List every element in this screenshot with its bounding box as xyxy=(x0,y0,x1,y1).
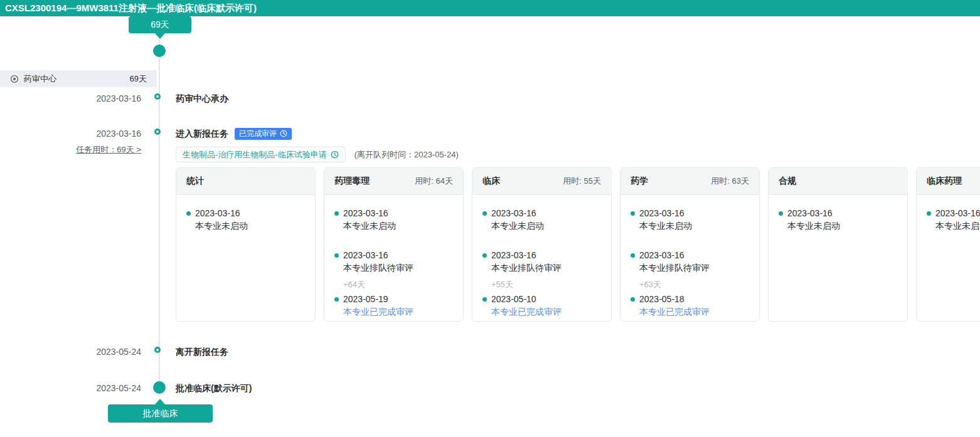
card-header: 药学 用时: 63天 xyxy=(620,168,759,195)
item-status[interactable]: 本专业已完成审评 xyxy=(639,306,750,318)
item-status: 本专业未启动 xyxy=(935,220,980,232)
card-body: 2023-03-16本专业未启动2023-03-16本专业排队待审评+55天20… xyxy=(472,195,611,318)
card-timeline-item: 2023-03-16本专业排队待审评 xyxy=(482,250,602,274)
event-label: 离开新报任务 xyxy=(176,345,228,358)
clock-icon xyxy=(280,130,287,137)
card-body: 2023-03-16本专业未启动2023-03-16本专业排队待审评+63天20… xyxy=(620,195,759,318)
bullet-icon xyxy=(631,211,635,216)
item-status[interactable]: 本专业已完成审评 xyxy=(343,306,454,318)
task-duration-link[interactable]: 任务用时：69天 > xyxy=(0,144,141,155)
card-timeline-item: 2023-03-16本专业排队待审评 xyxy=(334,250,454,274)
item-date: 2023-05-18 xyxy=(639,293,750,305)
event-label: 进入新报任务 已完成审评 xyxy=(176,127,292,140)
timeline-row-enter-task: 2023-03-16 进入新报任务 已完成审评 xyxy=(0,127,980,140)
timeline-node-dot xyxy=(154,129,161,135)
page: CXSL2300194—9MW3811注射液—批准临床(临床默示许可) 69天 … xyxy=(0,0,980,437)
event-label: 药审中心承办 xyxy=(176,92,228,105)
item-status: 本专业未启动 xyxy=(195,220,306,232)
review-center-label: 药审中心 xyxy=(24,73,56,85)
card-duration: 用时: 64天 xyxy=(415,176,453,187)
item-date: 2023-03-16 xyxy=(195,208,306,219)
card-body: 2023-03-16本专业未启动 xyxy=(176,195,315,232)
clock-icon xyxy=(331,150,339,159)
bullet-icon xyxy=(482,253,487,258)
card-body: 2023-03-16本专业未启动 xyxy=(917,195,980,232)
card-title: 药学 xyxy=(631,176,648,187)
review-complete-badge: 已完成审评 xyxy=(235,128,292,140)
specialty-card: 临床 用时: 55天 2023-03-16本专业未启动2023-03-16本专业… xyxy=(472,167,612,322)
item-date: 2023-03-16 xyxy=(343,250,454,261)
queue-days-note: +55天 xyxy=(491,280,602,290)
specialty-cards-row: 统计 2023-03-16本专业未启动 药理毒理 用时: 64天 2023-03… xyxy=(176,167,980,322)
queue-days-note: +64天 xyxy=(343,280,454,290)
specialty-card: 药理毒理 用时: 64天 2023-03-16本专业未启动2023-03-16本… xyxy=(324,167,464,322)
item-date: 2023-03-16 xyxy=(343,208,454,219)
item-status: 本专业排队待审评 xyxy=(343,262,454,274)
card-header: 临床药理 xyxy=(917,168,980,195)
item-date: 2023-05-10 xyxy=(491,293,602,305)
card-header: 合规 xyxy=(769,168,907,195)
bullet-icon xyxy=(631,297,635,302)
card-body: 2023-03-16本专业未启动2023-03-16本专业排队待审评+64天20… xyxy=(324,195,463,318)
specialty-card: 统计 2023-03-16本专业未启动 xyxy=(176,167,316,322)
card-duration: 用时: 63天 xyxy=(711,176,749,187)
card-timeline-item: 2023-03-16本专业未启动 xyxy=(186,208,306,232)
review-center-bar: 药审中心 69天 xyxy=(0,70,157,87)
item-status: 本专业排队待审评 xyxy=(639,262,750,274)
bullet-icon xyxy=(334,211,339,216)
card-timeline-item: 2023-03-16本专业未启动 xyxy=(631,208,750,232)
event-date: 2023-03-16 xyxy=(0,92,141,105)
card-title: 药理毒理 xyxy=(334,176,370,187)
item-date: 2023-03-16 xyxy=(491,250,602,261)
review-center-duration: 69天 xyxy=(130,73,147,85)
bullet-icon xyxy=(482,297,487,302)
bullet-icon xyxy=(927,211,931,216)
item-date: 2023-03-16 xyxy=(491,208,602,219)
application-tag-row: 生物制品-治疗用生物制品-临床试验申请 (离开队列时间：2023-05-24) xyxy=(176,147,459,162)
bullet-icon xyxy=(631,253,635,258)
card-body: 2023-03-16本专业未启动 xyxy=(769,195,907,232)
item-status[interactable]: 本专业已完成审评 xyxy=(491,306,602,318)
page-title: CXSL2300194—9MW3811注射液—批准临床(临床默示许可) xyxy=(0,0,980,16)
card-title: 合规 xyxy=(779,176,796,187)
card-timeline-item: 2023-03-16本专业未启动 xyxy=(334,208,454,232)
specialty-card: 药学 用时: 63天 2023-03-16本专业未启动2023-03-16本专业… xyxy=(620,167,760,322)
application-type-tag: 生物制品-治疗用生物制品-临床试验申请 xyxy=(176,147,346,162)
bullet-icon xyxy=(334,253,339,258)
card-timeline-item: 2023-03-16本专业未启动 xyxy=(779,208,898,232)
specialty-card: 合规 2023-03-16本专业未启动 xyxy=(768,167,908,322)
card-timeline-item: 2023-03-16本专业排队待审评 xyxy=(631,250,750,274)
location-icon xyxy=(10,75,19,83)
card-title: 临床药理 xyxy=(927,176,962,187)
event-label: 批准临床(默示许可) xyxy=(176,381,252,395)
timeline-line xyxy=(159,39,160,387)
timeline-node-dot xyxy=(154,93,161,100)
card-timeline-item: 2023-05-19本专业已完成审评 xyxy=(334,293,454,318)
bullet-icon xyxy=(779,211,783,216)
card-header: 药理毒理 用时: 64天 xyxy=(324,168,463,195)
card-duration: 用时: 55天 xyxy=(563,176,601,187)
queue-days-note: +63天 xyxy=(639,280,750,290)
card-title: 统计 xyxy=(186,176,204,187)
item-date: 2023-03-16 xyxy=(935,208,980,219)
card-title: 临床 xyxy=(482,176,500,187)
item-date: 2023-03-16 xyxy=(639,250,750,261)
item-status: 本专业未启动 xyxy=(491,220,602,232)
total-duration-callout: 69天 xyxy=(129,16,191,33)
item-date: 2023-03-16 xyxy=(639,208,750,219)
timeline-row-accepted: 2023-03-16 药审中心承办 xyxy=(0,92,980,105)
timeline-row-approved: 2023-05-24 批准临床(默示许可) xyxy=(0,381,980,395)
card-header: 临床 用时: 55天 xyxy=(472,168,611,195)
specialty-card: 临床药理 2023-03-16本专业未启动 xyxy=(916,167,980,322)
item-date: 2023-03-16 xyxy=(787,208,898,219)
card-header: 统计 xyxy=(176,168,315,195)
item-status: 本专业排队待审评 xyxy=(491,262,602,274)
timeline-start-dot xyxy=(153,45,166,57)
card-timeline-item: 2023-05-18本专业已完成审评 xyxy=(631,293,750,318)
approve-clinical-button[interactable]: 批准临床 xyxy=(108,404,213,423)
event-date: 2023-03-16 xyxy=(0,127,141,140)
item-status: 本专业未启动 xyxy=(343,220,454,232)
timeline-row-leave-task: 2023-05-24 离开新报任务 xyxy=(0,345,980,358)
timeline-end-dot xyxy=(153,381,166,394)
item-status: 本专业未启动 xyxy=(787,220,898,232)
